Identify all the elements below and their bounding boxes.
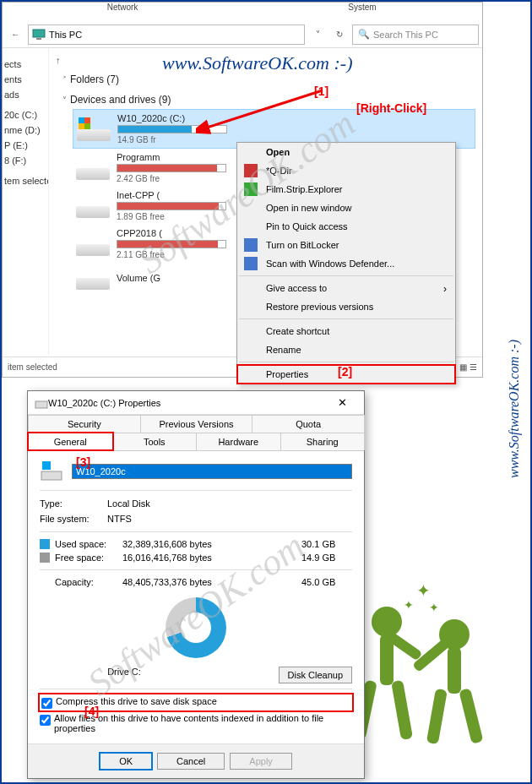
refresh-icon[interactable]: ↻ [330,30,349,39]
fs-value: NTFS [107,514,132,524]
svg-rect-12 [448,647,461,694]
pc-icon [32,28,46,41]
status-text: item selected [8,362,57,372]
context-menu-item[interactable]: Give access to [237,279,455,297]
context-menu-item[interactable]: Rename [237,340,455,359]
drive-icon [76,232,110,256]
drive-icon [77,117,111,141]
decorative-figures: ✦ ✦ ✦ [345,580,497,765]
windows-drive-icon [40,460,63,483]
annotation-3: [3] [76,455,90,469]
svg-rect-4 [41,471,62,480]
drive-icon [76,156,110,180]
svg-rect-2 [36,38,41,40]
context-menu-item[interactable]: Open in new window [237,199,455,217]
annotation-4: [4] [84,705,99,718]
sidebar-item[interactable]: ads [3,87,48,102]
svg-rect-1 [33,30,45,37]
nav-back-icon[interactable]: ← [6,30,24,39]
sidebar-item[interactable]: tem selected [3,173,48,188]
dialog-title: W10_2020c (C:) Properties [48,398,327,408]
apply-button[interactable]: Apply [230,753,292,770]
svg-text:✦: ✦ [404,598,414,612]
compress-checkbox[interactable] [41,698,52,709]
ribbon-network[interactable]: Network [3,3,242,21]
address-dropdown-icon[interactable]: ˅ [308,30,327,39]
properties-dialog: W10_2020c (C:) Properties ✕ SecurityPrev… [27,390,365,779]
tab-hardware[interactable]: Hardware [196,433,281,450]
context-menu: Open*Q-DirFilm.Strip.ExplorerOpen in new… [236,142,456,384]
context-menu-item[interactable]: Turn on BitLocker [237,236,455,254]
used-bytes: 32,389,316,608 bytes [122,539,301,549]
sidebar-item[interactable]: P (E:) [3,138,48,153]
search-input[interactable]: 🔍 Search This PC [352,24,479,45]
annotation-1: [1] [314,84,328,98]
free-bytes: 16,016,416,768 bytes [122,553,301,563]
svg-rect-9 [391,680,413,740]
tab-general[interactable]: General [28,433,113,450]
tab-quota[interactable]: Quota [252,415,365,433]
context-menu-item[interactable]: Film.Strip.Explorer [237,180,455,199]
view-icons[interactable]: ▦ ☰ [459,362,477,372]
capacity-bytes: 48,405,733,376 bytes [122,577,301,587]
cancel-button[interactable]: Cancel [157,753,225,770]
url-overlay: www.SoftwareOK.com :-) [162,52,353,74]
close-icon[interactable]: ✕ [327,396,357,409]
context-menu-item[interactable]: Pin to Quick access [237,217,455,236]
context-menu-item[interactable]: Restore previous versions [237,297,455,316]
drive-icon [76,266,110,290]
tab-previous-versions[interactable]: Previous Versions [140,415,253,433]
sidebar-item[interactable]: nme (D:) [3,122,48,138]
usage-donut-chart [166,597,226,658]
svg-text:✦: ✦ [429,601,439,614]
vertical-watermark: www.SoftwareOK.com :-) [507,340,522,478]
drive-icon [76,194,110,218]
bitlocker-icon [244,238,258,252]
sidebar-item[interactable]: ects [3,57,48,72]
ribbon-system[interactable]: System [242,3,482,21]
drive-name-input[interactable] [72,464,352,479]
tab-tools[interactable]: Tools [112,433,198,450]
sidebar-item[interactable]: 8 (F:) [3,153,48,168]
disk-cleanup-button[interactable]: Disk Cleanup [279,667,352,683]
context-menu-item[interactable]: Open [237,143,455,161]
context-menu-item[interactable]: *Q-Dir [237,161,455,180]
search-icon: 🔍 [358,29,370,40]
drive-icon [35,396,48,410]
index-checkbox[interactable] [40,715,51,726]
svg-rect-5 [42,461,51,470]
tab-security[interactable]: Security [28,415,141,433]
qdir-icon [244,164,258,177]
sidebar-fragment: ectsentsads20c (C:)nme (D:)P (E:)8 (F:)t… [3,48,49,355]
svg-rect-3 [35,401,47,408]
sidebar-item[interactable]: ents [3,72,48,87]
context-menu-item[interactable]: Create shortcut [237,322,455,340]
svg-rect-14 [459,688,483,743]
defender-icon [244,257,258,270]
context-menu-item[interactable]: Scan with Windows Defender... [237,254,455,273]
annotation-right-click: [Right-Click] [356,101,426,115]
up-icon[interactable]: ↑ [56,55,61,65]
annotation-2: [2] [338,365,352,378]
type-value: Local Disk [107,498,150,509]
ok-button[interactable]: OK [100,753,152,770]
svg-text:✦: ✦ [416,581,431,600]
tab-sharing[interactable]: Sharing [280,433,366,450]
svg-rect-13 [426,689,448,744]
film-icon [244,182,258,196]
address-bar[interactable]: This PC [28,24,305,45]
sidebar-item[interactable]: 20c (C:) [3,107,48,122]
